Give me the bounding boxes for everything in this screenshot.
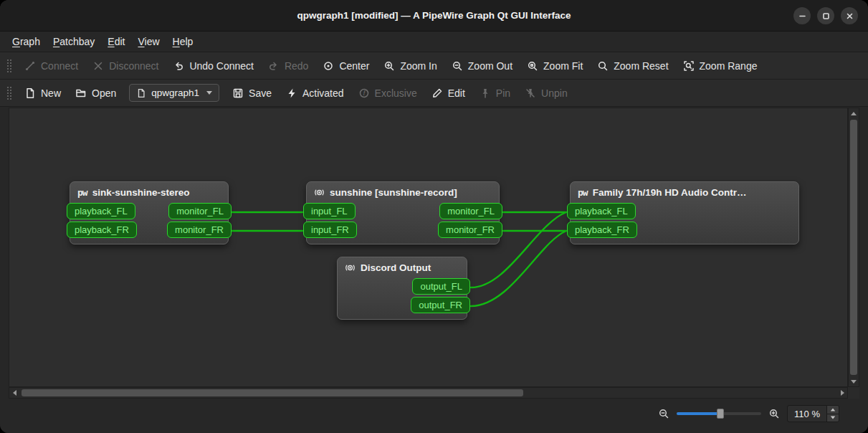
port-monitor-fr[interactable]: monitor_FR	[438, 222, 502, 238]
menu-help[interactable]: Help	[166, 33, 200, 50]
zoom-decrement-button[interactable]	[827, 414, 839, 422]
zoom-out-icon	[452, 60, 463, 72]
port-playback-fl[interactable]: playback_FL	[567, 203, 636, 219]
menu-edit[interactable]: Edit	[101, 33, 131, 50]
node-title: sink-sunshine-stereo	[92, 187, 190, 198]
new-button[interactable]: New	[18, 83, 67, 103]
zoom-in-icon[interactable]	[768, 408, 780, 419]
zoom-out-icon[interactable]	[658, 408, 669, 419]
window-title: qpwgraph1 [modified] — A PipeWire Graph …	[297, 10, 571, 21]
zoom-fit-button[interactable]: Zoom Fit	[520, 56, 589, 76]
toolbar-drag-handle[interactable]	[6, 85, 11, 101]
activated-toggle[interactable]: Activated	[280, 83, 350, 103]
node-sink-sunshine-stereo[interactable]: pw sink-sunshine-stereo playback_FL moni…	[70, 181, 229, 244]
svg-text:f: f	[363, 90, 366, 97]
zoom-increment-button[interactable]	[827, 406, 839, 414]
disconnect-icon	[92, 60, 104, 72]
patchbay-selector-combo[interactable]: qpwgraph1	[129, 84, 219, 102]
scroll-down-arrow[interactable]	[849, 376, 859, 386]
close-button[interactable]	[841, 7, 858, 24]
port-input-fr[interactable]: input_FR	[303, 222, 357, 238]
disconnect-button[interactable]: Disconnect	[86, 56, 165, 76]
close-icon	[846, 12, 854, 20]
scroll-up-arrow[interactable]	[849, 108, 859, 118]
vertical-scrollbar[interactable]	[848, 108, 859, 387]
port-playback-fl[interactable]: playback_FL	[67, 203, 135, 219]
horizontal-scrollbar-thumb[interactable]	[22, 389, 523, 396]
stream-icon	[345, 262, 356, 273]
node-title: sunshine [sunshine-record]	[330, 187, 457, 198]
save-button[interactable]: Save	[226, 83, 278, 103]
activated-bolt-icon	[286, 87, 297, 99]
statusbar: 110 %	[0, 399, 868, 433]
maximize-icon	[822, 12, 830, 20]
redo-button[interactable]: Redo	[262, 56, 315, 76]
zoom-range-button[interactable]: Zoom Range	[677, 56, 764, 76]
scrollbar-corner	[848, 387, 859, 399]
zoom-slider-handle[interactable]	[717, 409, 724, 419]
scroll-left-arrow[interactable]	[9, 388, 19, 398]
chevron-down-icon	[206, 91, 212, 95]
port-input-fl[interactable]: input_FL	[303, 203, 356, 219]
port-monitor-fl[interactable]: monitor_FL	[168, 203, 232, 219]
titlebar: qpwgraph1 [modified] — A PipeWire Graph …	[0, 0, 868, 32]
node-header[interactable]: pw Family 17h/19h HD Audio Contr…	[571, 182, 798, 201]
horizontal-scrollbar[interactable]	[9, 387, 848, 399]
connect-icon	[24, 60, 36, 72]
zoom-out-button[interactable]: Zoom Out	[445, 56, 519, 76]
window-controls	[793, 7, 858, 24]
graph-view: pw sink-sunshine-stereo playback_FL moni…	[9, 108, 859, 399]
zoom-value[interactable]: 110 %	[788, 406, 826, 422]
exclusive-toggle[interactable]: f Exclusive	[352, 83, 424, 103]
undo-connect-button[interactable]: Undo Connect	[166, 56, 260, 76]
app-window: qpwgraph1 [modified] — A PipeWire Graph …	[0, 0, 868, 433]
save-icon	[232, 87, 244, 99]
pipewire-icon: pw	[77, 187, 87, 198]
port-monitor-fr[interactable]: monitor_FR	[167, 222, 232, 238]
new-file-icon	[24, 87, 36, 99]
patchbay-file-icon	[136, 88, 146, 98]
minimize-button[interactable]	[793, 7, 811, 24]
zoom-spinbox[interactable]: 110 %	[787, 405, 839, 422]
pin-button[interactable]: Pin	[473, 83, 517, 103]
node-header[interactable]: Discord Output	[338, 257, 467, 276]
node-discord-output[interactable]: Discord Output output_FL output_FR	[337, 257, 467, 320]
port-playback-fr[interactable]: playback_FR	[67, 222, 137, 238]
toolbar-file: New Open qpwgraph1 Save Activated f Excl…	[0, 80, 868, 107]
scroll-right-arrow[interactable]	[837, 388, 847, 398]
port-output-fr[interactable]: output_FR	[411, 297, 470, 313]
redo-icon	[268, 60, 280, 72]
menu-graph[interactable]: Graph	[6, 33, 47, 50]
edit-toggle[interactable]: Edit	[425, 83, 472, 103]
menu-patchbay[interactable]: Patchbay	[47, 33, 101, 50]
pin-icon	[480, 87, 491, 99]
combo-value: qpwgraph1	[151, 87, 199, 98]
maximize-button[interactable]	[817, 7, 834, 24]
vertical-scrollbar-thumb[interactable]	[850, 120, 857, 375]
port-output-fl[interactable]: output_FL	[412, 278, 470, 295]
toolbar-drag-handle[interactable]	[6, 58, 11, 74]
connect-button[interactable]: Connect	[18, 56, 85, 76]
zoom-in-button[interactable]: Zoom In	[377, 56, 443, 76]
port-playback-fr[interactable]: playback_FR	[567, 222, 637, 238]
node-header[interactable]: pw sink-sunshine-stereo	[70, 182, 228, 201]
toolbar-edit: Connect Disconnect Undo Connect Redo Cen…	[0, 52, 868, 80]
open-button[interactable]: Open	[69, 83, 123, 103]
undo-icon	[173, 60, 184, 72]
zoom-in-icon	[383, 60, 395, 72]
zoom-slider[interactable]	[677, 408, 761, 419]
zoom-fit-icon	[527, 60, 538, 72]
pipewire-icon: pw	[578, 187, 588, 198]
node-header[interactable]: sunshine [sunshine-record]	[307, 182, 499, 201]
zoom-reset-button[interactable]: Zoom Reset	[591, 56, 674, 76]
open-folder-icon	[75, 87, 87, 99]
port-monitor-fl[interactable]: monitor_FL	[439, 203, 502, 219]
node-family-hd-audio[interactable]: pw Family 17h/19h HD Audio Contr… playba…	[570, 181, 799, 244]
exclusive-icon: f	[358, 87, 370, 99]
center-button[interactable]: Center	[316, 56, 376, 76]
graph-canvas[interactable]	[9, 108, 848, 387]
unpin-button[interactable]: Unpin	[518, 83, 574, 103]
zoom-reset-icon	[597, 60, 609, 72]
node-sunshine-record[interactable]: sunshine [sunshine-record] input_FL moni…	[306, 181, 500, 244]
menu-view[interactable]: View	[131, 33, 166, 50]
